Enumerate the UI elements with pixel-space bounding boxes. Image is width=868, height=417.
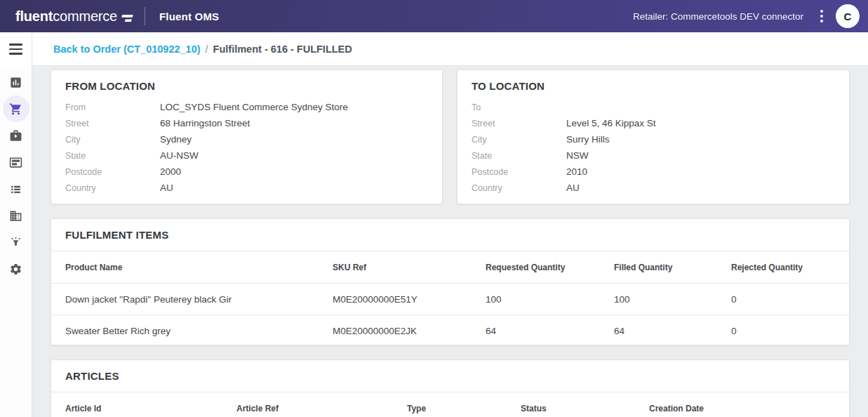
field-label: To: [472, 102, 566, 112]
field-label: City: [65, 135, 160, 145]
to-location-title: TO LOCATION: [472, 80, 835, 92]
field-value: 2010: [566, 166, 835, 177]
cell-filled-qty: 100: [614, 294, 731, 305]
retailer-label: Retailer: Commercetools DEV connector: [633, 11, 803, 22]
breadcrumb-bar: Back to Order (CT_010922_10) / Fulfilmen…: [32, 32, 868, 66]
breadcrumb: Back to Order (CT_010922_10) / Fulfilmen…: [53, 44, 352, 55]
field-row: StateNSW: [472, 147, 835, 164]
field-label: Street: [65, 119, 160, 128]
briefcase-play-icon: [9, 129, 22, 143]
field-row: Postcode2010: [472, 164, 835, 180]
field-value: Surry Hills: [566, 134, 835, 145]
field-row: CitySurry Hills: [472, 131, 835, 147]
sidebar-item-settings[interactable]: [3, 256, 29, 282]
from-location-card: FROM LOCATION FromLOC_SYDS Fluent Commer…: [51, 70, 443, 204]
building-icon: [9, 209, 22, 223]
cell-filled-qty: 64: [614, 326, 731, 336]
sidebar-item-list[interactable]: [3, 176, 29, 202]
field-row: CountryAU: [65, 180, 428, 196]
header-divider: [145, 7, 145, 25]
field-value: AU: [160, 183, 428, 193]
column-header: Product Name: [65, 263, 333, 272]
field-label: State: [472, 151, 566, 161]
field-row: StreetLevel 5, 46 Kippax St: [472, 115, 835, 131]
fluentcommerce-logo[interactable]: fluentcommerce: [15, 8, 133, 25]
list-icon: [9, 183, 22, 196]
sidebar-item-bar-chart[interactable]: [3, 69, 29, 95]
field-row: FromLOC_SYDS Fluent Commerce Sydney Stor…: [65, 99, 428, 115]
sidebar-item-orders[interactable]: [3, 95, 29, 122]
cell-requested-qty: 64: [486, 326, 614, 336]
field-label: Country: [65, 183, 160, 193]
cell-sku-ref: M0E20000000E51Y: [333, 294, 486, 305]
table-row: Sweater Better Rich grey M0E20000000E2JK…: [51, 315, 849, 347]
cell-rejected-qty: 0: [731, 294, 835, 305]
to-location-card: TO LOCATION To StreetLevel 5, 46 Kippax …: [457, 70, 850, 204]
sidebar-item-funnel[interactable]: [3, 229, 29, 256]
field-value: Sydney: [160, 134, 428, 145]
fulfilment-items-card: FULFILMENT ITEMS Product Name SKU Ref Re…: [51, 218, 850, 345]
field-row: CitySydney: [65, 131, 428, 147]
hamburger-menu-icon[interactable]: [0, 32, 32, 66]
column-header: Requested Quantity: [486, 263, 614, 272]
cell-product-name: Down jacket "Rapdi" Peuterey black Gir: [65, 294, 333, 305]
field-row: To: [472, 99, 835, 115]
kebab-menu-icon[interactable]: [813, 6, 830, 27]
sidebar-item-card-panel[interactable]: [3, 149, 29, 176]
column-header: SKU Ref: [333, 263, 486, 272]
field-value: 68 Harringston Street: [160, 118, 428, 128]
column-header: Creation Date: [649, 404, 835, 413]
field-value: 2000: [160, 166, 428, 177]
app-title: Fluent OMS: [159, 11, 219, 22]
breadcrumb-current: Fulfilment - 616 - FULFILLED: [213, 44, 352, 55]
field-value: Level 5, 46 Kippax St: [566, 118, 835, 128]
breadcrumb-separator: /: [206, 44, 208, 55]
field-value: LOC_SYDS Fluent Commerce Sydney Store: [160, 102, 428, 112]
logo-brand-light: commerce: [53, 8, 117, 25]
field-label: City: [472, 135, 566, 145]
app-header: fluentcommerce Fluent OMS Retailer: Comm…: [0, 0, 868, 32]
logo-equals-icon: [119, 14, 133, 23]
cell-sku-ref: M0E20000000E2JK: [333, 326, 486, 336]
back-to-order-link[interactable]: Back to Order (CT_010922_10): [53, 44, 201, 55]
field-label: Country: [472, 183, 566, 193]
articles-card: ARTICLES Article Id Article Ref Type Sta…: [51, 359, 850, 417]
field-label: Postcode: [472, 167, 566, 177]
from-location-title: FROM LOCATION: [65, 80, 428, 92]
bar-chart-icon: [9, 76, 22, 89]
fulfilment-items-header-row: Product Name SKU Ref Requested Quantity …: [51, 251, 849, 284]
fulfilment-items-title: FULFILMENT ITEMS: [65, 229, 168, 241]
column-header: Article Id: [65, 404, 236, 413]
field-value: AU-NSW: [160, 150, 428, 161]
field-label: Postcode: [65, 167, 160, 177]
column-header: Rejected Quantity: [731, 263, 835, 272]
column-header: Filled Quantity: [614, 263, 731, 272]
column-header: Type: [407, 404, 521, 413]
sidebar-item-building[interactable]: [3, 202, 29, 229]
sidebar: [0, 32, 32, 417]
field-label: Street: [472, 119, 566, 128]
user-avatar[interactable]: C: [836, 4, 860, 28]
field-row: CountryAU: [472, 180, 835, 196]
column-header: Status: [521, 404, 649, 413]
field-label: From: [65, 102, 160, 112]
cell-rejected-qty: 0: [731, 326, 835, 336]
field-label: State: [65, 151, 160, 161]
articles-header-row: Article Id Article Ref Type Status Creat…: [51, 392, 849, 417]
field-row: StateAU-NSW: [65, 147, 428, 164]
table-row: Down jacket "Rapdi" Peuterey black Gir M…: [51, 284, 849, 315]
cell-product-name: Sweater Better Rich grey: [65, 326, 333, 336]
field-value: AU: [566, 183, 835, 193]
field-value: NSW: [566, 150, 835, 161]
articles-title: ARTICLES: [65, 370, 119, 382]
column-header: Article Ref: [236, 404, 407, 413]
field-row: Postcode2000: [65, 164, 428, 180]
sidebar-item-briefcase[interactable]: [3, 122, 29, 149]
card-panel-icon: [9, 156, 22, 169]
shopping-cart-icon: [9, 102, 22, 116]
field-row: Street68 Harringston Street: [65, 115, 428, 131]
cell-requested-qty: 100: [486, 294, 614, 305]
gear-icon: [9, 263, 22, 276]
funnel-sparkle-icon: [9, 236, 22, 249]
logo-brand-bold: fluent: [15, 8, 53, 25]
